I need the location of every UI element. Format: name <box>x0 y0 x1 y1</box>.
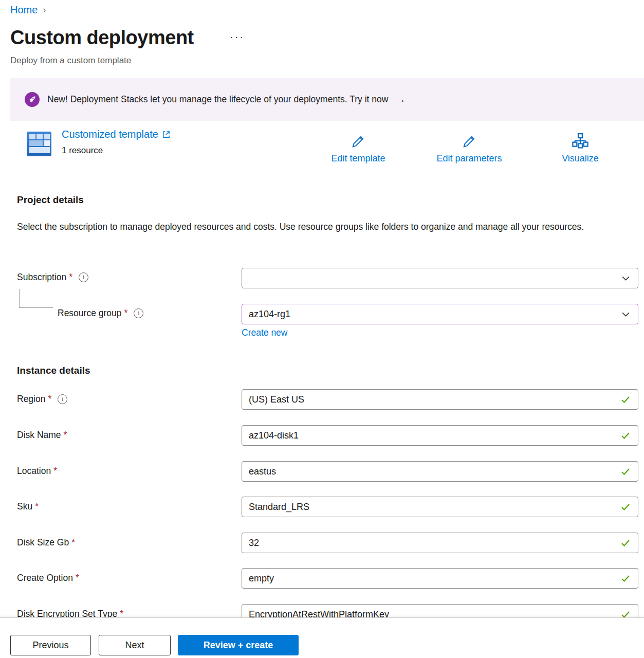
required-marker: * <box>71 537 75 548</box>
visualize-button[interactable]: Visualize <box>529 133 632 164</box>
valid-check-icon <box>619 465 632 478</box>
page-subtitle: Deploy from a custom template <box>10 56 131 66</box>
valid-check-icon <box>619 393 632 406</box>
create-new-link[interactable]: Create new <box>242 327 288 338</box>
edit-template-label: Edit template <box>331 153 385 164</box>
subscription-input[interactable] <box>242 268 621 288</box>
banner-text: New! Deployment Stacks let you manage th… <box>47 94 388 105</box>
valid-check-icon <box>619 501 632 513</box>
required-marker: * <box>64 430 67 441</box>
breadcrumb-home-link[interactable]: Home <box>10 4 38 16</box>
project-details-heading: Project details <box>17 194 84 206</box>
info-icon[interactable]: i <box>79 272 88 282</box>
disk-name-field[interactable] <box>242 425 638 446</box>
external-link-icon <box>162 130 171 139</box>
location-input[interactable] <box>242 462 619 481</box>
customized-template-label: Customized template <box>62 129 158 140</box>
create-option-field[interactable] <box>242 568 638 589</box>
resource-group-dropdown[interactable] <box>242 304 638 324</box>
template-icon <box>27 132 51 156</box>
valid-check-icon <box>619 572 632 584</box>
edit-parameters-button[interactable]: Edit parameters <box>418 133 521 164</box>
required-marker: * <box>124 308 128 319</box>
custom-deployment-page: Home › Custom deployment ··· Deploy from… <box>0 0 644 658</box>
pencil-icon <box>350 133 366 150</box>
region-label: Region * i <box>17 394 67 405</box>
more-options-icon[interactable]: ··· <box>230 31 245 43</box>
disk-size-gb-label: Disk Size Gb * <box>17 537 75 548</box>
chevron-down-icon <box>621 309 631 319</box>
location-label-text: Location <box>17 466 51 477</box>
location-field[interactable] <box>242 461 638 482</box>
disk-name-label: Disk Name * <box>17 430 67 441</box>
disk-size-gb-label-text: Disk Size Gb <box>17 537 69 548</box>
create-option-label: Create Option * <box>17 573 79 583</box>
region-field[interactable] <box>242 389 638 410</box>
info-icon[interactable]: i <box>58 394 67 404</box>
location-label: Location * <box>17 466 57 477</box>
disk-name-label-text: Disk Name <box>17 430 61 441</box>
breadcrumb: Home › <box>10 4 46 16</box>
valid-check-icon <box>619 608 632 617</box>
required-marker: * <box>48 394 51 405</box>
content-area: Home › Custom deployment ··· Deploy from… <box>0 0 644 617</box>
resource-group-input[interactable] <box>242 304 621 324</box>
valid-check-icon <box>619 429 632 442</box>
rocket-icon <box>25 92 40 107</box>
next-button[interactable]: Next <box>99 635 171 655</box>
resource-group-label-text: Resource group <box>58 308 122 319</box>
sku-label: Sku * <box>17 501 39 512</box>
project-details-description: Select the subscription to manage deploy… <box>17 219 605 235</box>
sku-field[interactable] <box>242 497 638 517</box>
visualize-icon <box>572 133 589 150</box>
sku-label-text: Sku <box>17 501 32 512</box>
disk-size-gb-field[interactable] <box>242 533 638 553</box>
required-marker: * <box>53 466 57 477</box>
edit-parameters-label: Edit parameters <box>436 153 502 164</box>
resource-group-label: Resource group * i <box>58 308 143 319</box>
region-input[interactable] <box>242 390 619 409</box>
wizard-footer: Previous Next Review + create <box>0 617 644 658</box>
required-marker: * <box>69 272 72 283</box>
review-create-button[interactable]: Review + create <box>178 635 299 655</box>
visualize-label: Visualize <box>562 153 599 164</box>
disk-encryption-set-type-label: Disk Encryption Set Type * <box>17 609 123 617</box>
required-marker: * <box>35 501 39 512</box>
customized-template-link[interactable]: Customized template <box>62 129 171 140</box>
disk-encryption-set-type-field[interactable] <box>242 604 638 617</box>
sku-input[interactable] <box>242 497 619 517</box>
info-icon[interactable]: i <box>134 308 143 318</box>
edit-template-button[interactable]: Edit template <box>307 133 410 164</box>
required-marker: * <box>120 609 123 617</box>
breadcrumb-separator-icon: › <box>43 5 46 15</box>
disk-name-input[interactable] <box>242 426 619 445</box>
page-title: Custom deployment <box>10 27 194 49</box>
disk-size-gb-input[interactable] <box>242 533 619 553</box>
subscription-label-text: Subscription <box>17 272 66 283</box>
chevron-down-icon <box>621 273 631 283</box>
subscription-dropdown[interactable] <box>242 268 638 288</box>
instance-details-heading: Instance details <box>17 365 90 376</box>
arrow-right-icon[interactable]: → <box>395 94 406 105</box>
disk-encryption-set-type-input[interactable] <box>242 605 619 617</box>
pencil-icon <box>461 133 477 150</box>
valid-check-icon <box>619 537 632 549</box>
required-marker: * <box>76 573 79 583</box>
disk-encryption-set-type-label-text: Disk Encryption Set Type <box>17 609 117 617</box>
region-label-text: Region <box>17 394 45 405</box>
create-option-label-text: Create Option <box>17 573 73 583</box>
subscription-label: Subscription * i <box>17 272 88 283</box>
create-option-input[interactable] <box>242 569 619 588</box>
previous-button[interactable]: Previous <box>10 635 91 655</box>
template-resource-count: 1 resource <box>62 145 103 156</box>
hierarchy-connector-line <box>19 289 53 308</box>
deployment-stacks-banner[interactable]: New! Deployment Stacks let you manage th… <box>10 78 644 121</box>
